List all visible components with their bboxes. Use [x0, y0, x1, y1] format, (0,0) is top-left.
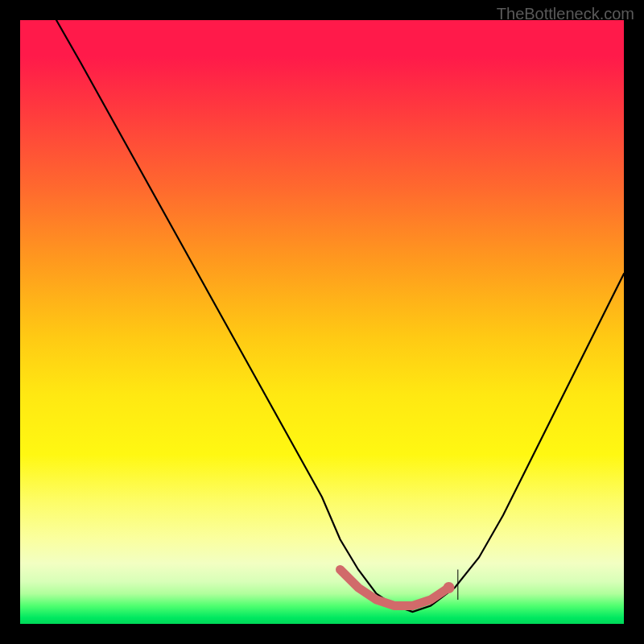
chart-plot-area — [20, 20, 624, 624]
chart-accent-dot — [444, 582, 455, 593]
chart-main-curve — [56, 20, 624, 612]
chart-accent-segment — [341, 570, 449, 606]
watermark-label: TheBottleneck.com — [497, 5, 634, 23]
chart-svg — [20, 20, 624, 624]
